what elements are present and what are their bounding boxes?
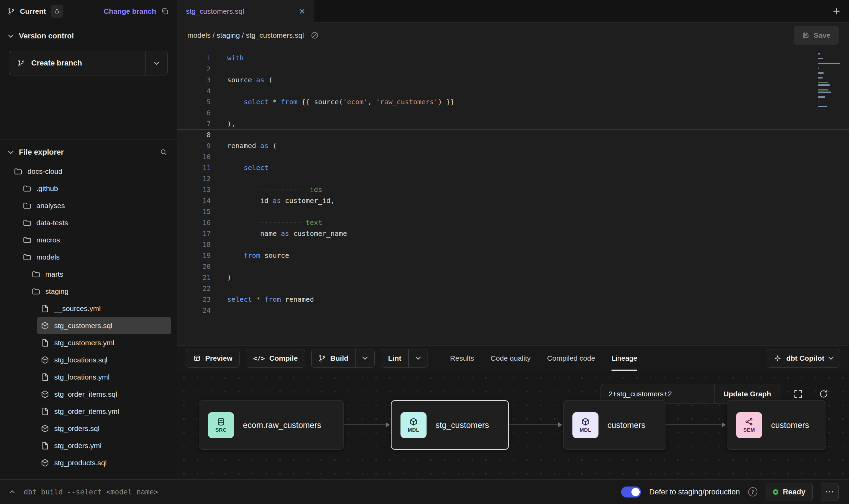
sem-badge: SEM xyxy=(736,412,762,438)
tree-item-stg-order-items-sql[interactable]: stg_order_items.sql xyxy=(37,386,171,403)
tree-item-stg-products-sql[interactable]: stg_products.sql xyxy=(37,454,171,471)
code-line[interactable]: 5 select * from {{ source('ecom', 'raw_c… xyxy=(177,96,849,107)
code-line[interactable]: 3source as ( xyxy=(177,74,849,85)
fullscreen-icon xyxy=(793,389,803,399)
code-line[interactable]: 16 ---------- text xyxy=(177,217,849,228)
search-files-button[interactable] xyxy=(160,148,168,156)
tab-compiled-code[interactable]: Compiled code xyxy=(547,346,595,371)
line-number: 22 xyxy=(177,283,225,294)
tree-item-stg-orders-sql[interactable]: stg_orders.sql xyxy=(37,420,171,437)
code-editor[interactable]: 1with23source as (45 select * from {{ so… xyxy=(177,48,849,345)
tab-lineage[interactable]: Lineage xyxy=(612,346,637,371)
build-dropdown[interactable] xyxy=(355,349,374,367)
lineage-edge xyxy=(509,424,558,425)
defer-toggle[interactable] xyxy=(621,487,641,497)
lineage-node-stg-customers[interactable]: MDLstg_customers xyxy=(391,400,509,450)
chevron-down-icon xyxy=(828,355,834,360)
code-line[interactable]: 2 xyxy=(177,63,849,74)
save-button[interactable]: Save xyxy=(794,26,839,45)
tree-item-data-tests[interactable]: data-tests xyxy=(19,214,171,231)
tab-stg-customers-sql[interactable]: stg_customers.sql × xyxy=(177,0,314,23)
preview-button[interactable]: Preview xyxy=(186,349,240,368)
copy-branch-icon[interactable] xyxy=(161,7,169,15)
code-line[interactable]: 21) xyxy=(177,272,849,283)
tab-results[interactable]: Results xyxy=(450,346,474,371)
tree-item-stg-customers-sql[interactable]: stg_customers.sql xyxy=(37,317,171,334)
code-line[interactable]: 4 xyxy=(177,85,849,96)
tab-strip: stg_customers.sql × + xyxy=(177,0,849,23)
code-line[interactable]: 19 from source xyxy=(177,250,849,261)
tree-item-marts[interactable]: marts xyxy=(28,266,171,283)
lint-dropdown[interactable] xyxy=(408,349,428,367)
file-name: stg_locations.yml xyxy=(54,373,109,381)
tab-code-quality[interactable]: Code quality xyxy=(491,346,531,371)
code-line[interactable]: 12 xyxy=(177,173,849,184)
file-status-icon xyxy=(310,31,319,40)
create-branch-dropdown[interactable] xyxy=(146,51,167,75)
compile-button[interactable]: </> Compile xyxy=(246,349,305,368)
code-line[interactable]: 18 xyxy=(177,239,849,250)
fullscreen-button[interactable] xyxy=(791,386,806,401)
status-badge[interactable]: Ready xyxy=(766,483,813,501)
code-line[interactable]: 1with xyxy=(177,52,849,63)
tree-item-staging[interactable]: staging xyxy=(28,283,171,300)
code-line[interactable]: 22 xyxy=(177,283,849,294)
editor-pane: models / staging / stg_customers.sql Sav… xyxy=(177,23,849,479)
app-window: Current Change branch stg_customers.sql … xyxy=(0,0,849,504)
lint-button[interactable]: Lint xyxy=(381,349,428,368)
more-options-button[interactable]: ⋯ xyxy=(821,483,839,501)
file-name: models xyxy=(36,253,60,261)
version-control-header[interactable]: Version control xyxy=(9,32,168,40)
code-line[interactable]: 7), xyxy=(177,118,849,129)
lineage-node-customers[interactable]: SEMcustomers xyxy=(727,400,826,450)
code-line[interactable]: 15 xyxy=(177,206,849,217)
chevron-down-icon xyxy=(362,355,368,360)
defer-label: Defer to staging/production xyxy=(649,488,740,496)
code-line[interactable]: 8 xyxy=(177,129,849,140)
file-name: stg_orders.yml xyxy=(54,442,102,450)
tree-item-macros[interactable]: macros xyxy=(19,231,171,249)
tree-item-analyses[interactable]: analyses xyxy=(19,197,171,214)
command-input[interactable]: dbt build --select <model_name> xyxy=(24,488,158,496)
file-explorer-header[interactable]: File explorer xyxy=(0,148,177,157)
change-branch-button[interactable]: Change branch xyxy=(104,7,156,15)
code-line[interactable]: 13 ---------- ids xyxy=(177,184,849,195)
create-branch-button[interactable]: Create branch xyxy=(9,51,168,75)
code-line[interactable]: 20 xyxy=(177,261,849,272)
badge-label: MDL xyxy=(580,427,591,433)
tree-item--sources-yml[interactable]: __sources.yml xyxy=(37,300,171,317)
dbt-copilot-button[interactable]: dbt Copilot xyxy=(767,349,840,368)
code-line[interactable]: 10 xyxy=(177,151,849,162)
code-line[interactable]: 11 select xyxy=(177,162,849,173)
file-name: __sources.yml xyxy=(54,304,101,313)
code-line[interactable]: 23select * from renamed xyxy=(177,294,849,305)
lineage-node-customers[interactable]: MDLcustomers xyxy=(563,400,666,450)
new-tab-button[interactable]: + xyxy=(833,5,840,17)
yaml-file-icon xyxy=(40,441,49,450)
model-file-icon xyxy=(40,390,49,399)
code-line[interactable]: 17 name as customer_name xyxy=(177,228,849,239)
tree-item-docs-cloud[interactable]: docs-cloud xyxy=(10,163,171,180)
version-control-title: Version control xyxy=(19,32,74,40)
lineage-canvas[interactable]: Update Graph SRCecom.raw_customersMDLstg… xyxy=(177,371,849,479)
tree-item-models[interactable]: models xyxy=(19,249,171,266)
code-line[interactable]: 9renamed as ( xyxy=(177,140,849,151)
code-line[interactable]: 14 id as customer_id, xyxy=(177,195,849,206)
code-line[interactable]: 6 xyxy=(177,107,849,118)
file-name: stg_order_items.yml xyxy=(54,407,119,416)
help-icon[interactable]: ? xyxy=(748,487,757,496)
close-tab-icon[interactable]: × xyxy=(299,6,305,16)
minimap xyxy=(818,53,843,110)
tab-strip-filler: + xyxy=(314,0,849,23)
tree-item-stg-customers-yml[interactable]: stg_customers.yml xyxy=(37,334,171,351)
code-line[interactable]: 24 xyxy=(177,305,849,316)
expand-command-bar-button[interactable] xyxy=(10,489,14,495)
lineage-node-ecom-raw-customers[interactable]: SRCecom.raw_customers xyxy=(199,400,344,450)
refresh-button[interactable] xyxy=(816,386,831,401)
build-button[interactable]: Build xyxy=(311,349,375,368)
tree-item-stg-order-items-yml[interactable]: stg_order_items.yml xyxy=(37,403,171,420)
tree-item-stg-orders-yml[interactable]: stg_orders.yml xyxy=(37,437,171,454)
tree-item--github[interactable]: .github xyxy=(19,180,171,197)
tree-item-stg-locations-sql[interactable]: stg_locations.sql xyxy=(37,351,171,369)
tree-item-stg-locations-yml[interactable]: stg_locations.yml xyxy=(37,369,171,386)
